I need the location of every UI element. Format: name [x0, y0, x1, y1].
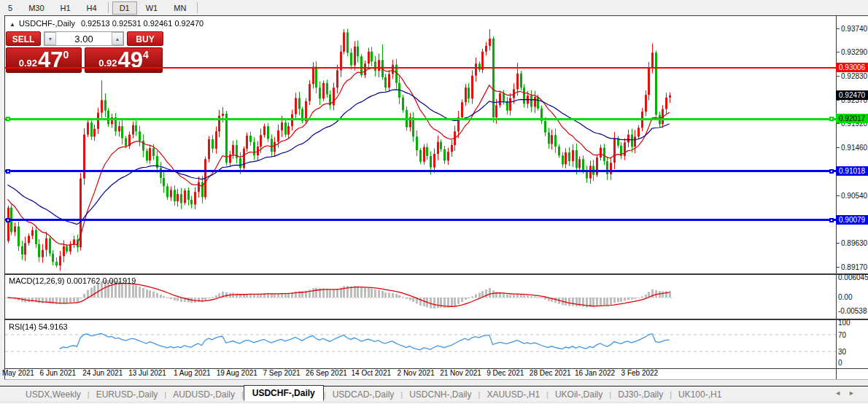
chart-tab-usdcad-daily[interactable]: USDCAD-,Daily	[326, 388, 401, 401]
price-tick: 0.89170	[837, 263, 867, 271]
volume-decrease-icon[interactable]: ▼	[44, 32, 56, 45]
ohlc-quote-text: 0.92513 0.92531 0.92461 0.92470	[81, 19, 204, 28]
toolbar-divider	[108, 2, 109, 13]
rsi-indicator-canvas[interactable]	[5, 320, 836, 368]
horizontal-line-0.91018[interactable]	[5, 170, 836, 172]
chart-tab-dj30-daily[interactable]: DJ30-,Daily	[611, 388, 670, 401]
trade-controls-row: SELL ▼ ▲ BUY	[6, 31, 163, 46]
macd-axis-label: 0.006045	[838, 273, 868, 281]
macd-axis-label: 0.00	[838, 293, 852, 301]
timeframe-toolbar: 5M30H1H4D1W1MN	[0, 0, 868, 15]
rsi-axis-label: 70	[838, 331, 846, 339]
price-badge-0.90079: 0.90079	[836, 215, 868, 225]
rsi-axis-label: 100	[838, 319, 850, 327]
chart-tab-xauusd-h1[interactable]: XAUUSD-,H1	[480, 388, 546, 401]
volume-increase-icon[interactable]: ▲	[112, 32, 123, 45]
buy-button[interactable]: BUY	[127, 31, 163, 46]
timeframe-button-H4[interactable]: H4	[80, 1, 104, 15]
line-handle[interactable]	[829, 218, 834, 222]
timeframe-button-MN[interactable]: MN	[166, 1, 193, 15]
tab-navigation: ◄►	[834, 389, 862, 397]
trading-platform-window: 5M30H1H4D1W1MN ▲USDCHF-,Daily0.92513 0.9…	[0, 0, 868, 404]
rsi-indicator-label: RSI(14) 54.9163	[9, 322, 68, 331]
chart-tab-eurusd-daily[interactable]: EURUSD-,Daily	[90, 388, 165, 401]
chart-tab-bar: USDX,Weekly|EURUSD-,Daily|AUDUSD-,Daily|…	[0, 386, 868, 402]
timeframe-button-W1[interactable]: W1	[139, 1, 166, 15]
price-tick: 0.93740	[837, 25, 867, 33]
price-badge-0.93006: 0.93006	[836, 63, 868, 72]
timeframe-button-H1[interactable]: H1	[53, 1, 78, 15]
price-tick: 0.93290	[837, 48, 867, 56]
tab-nav-left-icon[interactable]: ◄	[834, 389, 848, 397]
toolbar-divider	[197, 2, 198, 13]
buy-price-pip: 4	[143, 49, 149, 61]
chart-window-bottom-border	[4, 379, 868, 380]
price-tick: 0.90540	[837, 192, 867, 200]
price-badge-0.91018: 0.91018	[836, 166, 868, 176]
collapse-triangle-icon[interactable]: ▲	[9, 21, 15, 28]
tab-nav-right-icon[interactable]: ►	[848, 389, 862, 397]
line-handle[interactable]	[829, 117, 834, 121]
chart-title-bar: ▲USDCHF-,Daily0.92513 0.92531 0.92461 0.…	[9, 19, 204, 28]
macd-indicator-label: MACD(12,26,9) 0.001762 0.001919	[9, 276, 136, 285]
trade-prices-row: 0.92 47 0 0.92 49 4	[6, 47, 163, 73]
volume-spinner: ▼ ▲	[44, 31, 124, 46]
timeframe-button-D1[interactable]: D1	[112, 1, 137, 15]
timeframe-button-M30[interactable]: M30	[21, 1, 51, 15]
chart-tab-uk100-h1[interactable]: UK100-,H1	[672, 388, 728, 401]
sell-button[interactable]: SELL	[6, 31, 41, 46]
chart-window-top-border	[4, 15, 868, 16]
price-badge-0.92017: 0.92017	[836, 114, 868, 123]
price-tick: 0.91460	[837, 144, 867, 152]
volume-input[interactable]	[56, 32, 112, 45]
rsi-axis-label: 0	[838, 359, 842, 367]
horizontal-line-0.92017[interactable]	[5, 118, 836, 120]
date-axis: 18 May 20216 Jun 202124 Jun 202113 Jul 2…	[5, 369, 836, 379]
price-tick: 0.89630	[837, 239, 867, 247]
chart-tab-usdcnh-daily[interactable]: USDCNH-,Daily	[403, 388, 478, 401]
rsi-axis-label: 30	[838, 348, 846, 356]
line-handle[interactable]	[6, 117, 10, 121]
macd-axis-label: -0.00538	[838, 307, 867, 315]
chart-tab-usdchf-daily[interactable]: USDCHF-,Daily	[244, 385, 324, 401]
macd-pane-separator[interactable]	[4, 273, 868, 275]
timeframe-button-5[interactable]: 5	[1, 1, 20, 15]
price-tick: 0.92830	[837, 72, 867, 80]
line-handle[interactable]	[6, 218, 10, 222]
horizontal-line-0.93006[interactable]	[5, 67, 836, 69]
buy-price-panel[interactable]: 0.92 49 4	[85, 47, 163, 73]
line-handle[interactable]	[6, 169, 10, 174]
price-badge-0.92470: 0.92470	[836, 90, 868, 100]
line-handle[interactable]	[829, 169, 834, 174]
horizontal-line-0.90079[interactable]	[5, 219, 836, 221]
chart-tab-usdx-weekly[interactable]: USDX,Weekly	[19, 388, 88, 401]
chart-symbol-title: USDCHF-,Daily	[19, 19, 75, 28]
sell-price-pip: 0	[63, 49, 69, 61]
sell-price-panel[interactable]: 0.92 47 0	[6, 47, 82, 73]
date-label: 3 Feb 2022	[613, 369, 667, 377]
chart-tab-ukoil-daily[interactable]: UKOil-,Daily	[549, 388, 609, 401]
rsi-pane-separator[interactable]	[4, 319, 868, 320]
chart-tab-audusd-daily[interactable]: AUDUSD-,Daily	[166, 388, 241, 401]
